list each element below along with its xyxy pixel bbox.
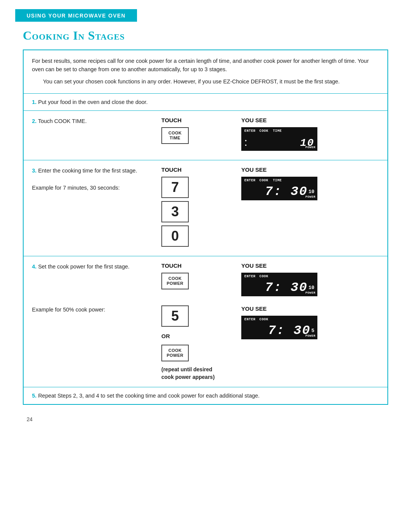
step2-yousee-label: YOU SEE [241, 117, 267, 123]
step2-touch-label: TOUCH [161, 117, 182, 123]
step4-lcd1-power: POWER [305, 291, 315, 294]
cook-time-button[interactable]: COOK TIME [161, 127, 189, 144]
step3-text: Enter the cooking time for the first sta… [38, 168, 137, 174]
step4-touch: TOUCH COOK POWER [161, 262, 241, 299]
step2-touch: TOUCH COOK TIME [161, 117, 241, 147]
step1-num: 1. [32, 99, 37, 105]
step3-lcd-power: POWER [305, 195, 315, 198]
step3-example: Example for 7 minutes, 30 seconds: [32, 185, 120, 191]
step2-lcd: ENTER COOK TIME • • 10 POWER [241, 127, 317, 151]
step4-desc: 4. Set the cook power for the first stag… [32, 262, 161, 299]
or-text: OR [161, 333, 170, 339]
step3-touch-label: TOUCH [161, 166, 182, 173]
step3-num: 3. [32, 168, 37, 174]
button-5[interactable]: 5 [161, 305, 189, 327]
step4-yousee2-label: YOU SEE [241, 305, 267, 312]
step4-touch-label: TOUCH [161, 262, 182, 269]
page-number: 24 [23, 416, 388, 422]
step4-yousee1: YOU SEE ENTER COOK 7: 3010 POWER [241, 262, 379, 299]
step4-text: Set the cook power for the first stage. [38, 264, 129, 270]
step4-top: 4. Set the cook power for the first stag… [24, 256, 387, 302]
step1-text: Put your food in the oven and close the … [38, 99, 148, 105]
step2-desc: 2. Touch COOK TIME. [32, 117, 161, 125]
step2-row: 2. Touch COOK TIME. TOUCH COOK TIME YOU … [24, 111, 387, 160]
step3-touch: TOUCH 7 3 0 [161, 166, 241, 250]
step3-yousee-label: YOU SEE [241, 166, 267, 173]
step2-num: 2. [32, 118, 37, 124]
step4-lcd2-power: POWER [305, 334, 315, 337]
step3-desc: 3. Enter the cooking time for the first … [32, 166, 161, 192]
step4-num: 4. [32, 264, 37, 270]
step4-yousee-label: YOU SEE [241, 262, 267, 269]
content-box: For best results, some recipes call for … [23, 50, 388, 405]
repeat-note: (repeat until desired cook power appears… [161, 366, 215, 381]
step2-text: Touch COOK TIME. [38, 118, 87, 124]
cook-power-button-2[interactable]: COOK POWER [161, 345, 189, 361]
button-3[interactable]: 3 [161, 201, 189, 222]
header-bar: Using Your Microwave Oven [15, 9, 137, 22]
step4-bot: Example for 50% cook power: 5 OR COOK PO… [24, 302, 387, 387]
intro-para1: For best results, some recipes call for … [32, 57, 379, 74]
step3-lcd: ENTER COOK TIME 7: 3010 POWER [241, 177, 317, 200]
intro-para2: You can set your chosen cook functions i… [32, 78, 379, 86]
step5-row: 5. Repeat Steps 2, 3, and 4 to set the c… [24, 387, 387, 404]
step5-num: 5. [32, 393, 37, 399]
step4-example-desc: Example for 50% cook power: [32, 305, 161, 381]
step4-lcd2: ENTER COOK 7: 305 POWER [241, 316, 317, 339]
step3-yousee: YOU SEE ENTER COOK TIME 7: 3010 POWER [241, 166, 379, 203]
step1-row: 1. Put your food in the oven and close t… [24, 94, 387, 111]
step4-wrapper: 4. Set the cook power for the first stag… [24, 256, 387, 387]
step3-row: 3. Enter the cooking time for the first … [24, 160, 387, 256]
button-0[interactable]: 0 [161, 225, 189, 247]
header-text: Using Your Microwave Oven [27, 13, 126, 19]
page-title: Cooking in Stages [23, 29, 388, 43]
intro-section: For best results, some recipes call for … [24, 50, 387, 94]
step4-lcd1: ENTER COOK 7: 3010 POWER [241, 273, 317, 296]
step2-yousee: YOU SEE ENTER COOK TIME • • 10 POWER [241, 117, 379, 154]
step4-touch2: 5 OR COOK POWER (repeat until desired co… [161, 305, 241, 381]
step4-example: Example for 50% cook power: [32, 307, 105, 313]
step2-lcd-power: POWER [305, 145, 315, 149]
cook-power-button-1[interactable]: COOK POWER [161, 273, 189, 289]
step4-yousee2: YOU SEE ENTER COOK 7: 305 POWER [241, 305, 379, 381]
button-7[interactable]: 7 [161, 177, 189, 198]
step5-text: Repeat Steps 2, 3, and 4 to set the cook… [38, 393, 260, 399]
